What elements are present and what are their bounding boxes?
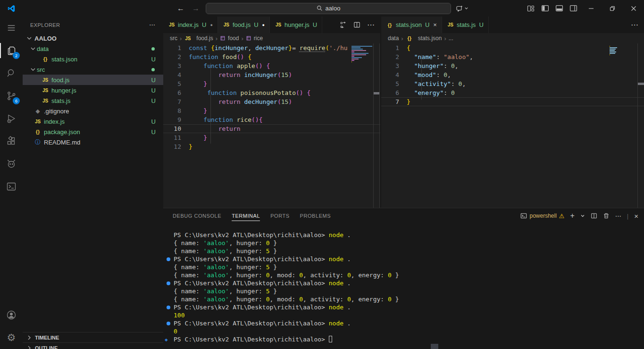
code-line[interactable]: 8 }: [163, 106, 380, 115]
breadcrumb-item[interactable]: food: [228, 35, 239, 42]
run-debug-icon[interactable]: [0, 107, 23, 130]
command-decoration-dot[interactable]: [167, 322, 170, 325]
tab-label: stats.js: [457, 21, 476, 28]
forward-icon[interactable]: →: [191, 4, 201, 13]
breadcrumb-item[interactable]: ...: [449, 35, 453, 42]
explorer-root-folder[interactable]: AALOO: [23, 33, 163, 43]
minimap[interactable]: [610, 46, 624, 56]
toggle-secondary-sidebar-icon[interactable]: [566, 0, 580, 17]
explorer-item-index.js[interactable]: JSindex.jsU: [23, 116, 163, 127]
timeline-section-header[interactable]: TIMELINE: [23, 332, 163, 342]
panel-tab-terminal[interactable]: TERMINAL: [232, 208, 260, 223]
command-decoration-dot[interactable]: [167, 281, 170, 285]
explorer-item-README.md[interactable]: ⓘREADME.md: [23, 137, 163, 147]
command-center-search[interactable]: aaloo: [206, 3, 451, 14]
explorer-item-stats.js[interactable]: JSstats.jsU: [23, 95, 163, 106]
breadcrumb-item[interactable]: src: [170, 35, 177, 42]
minimize-button[interactable]: [580, 0, 602, 17]
code-line[interactable]: 2 "name": "aaloo",: [381, 52, 644, 61]
explorer-item-stats.json[interactable]: {}stats.jsonU: [23, 54, 163, 64]
panel-tab-debug-console[interactable]: DEBUG CONSOLE: [173, 208, 221, 223]
command-decoration-dot[interactable]: [167, 306, 170, 309]
customize-layout-icon[interactable]: [524, 0, 538, 17]
extensions-icon[interactable]: [0, 130, 23, 153]
open-changes-icon[interactable]: [340, 21, 347, 28]
explorer-item-package.json[interactable]: {}package.jsonU: [23, 127, 163, 137]
explorer-item-food.js[interactable]: JSfood.jsU: [23, 75, 163, 85]
panel-more-actions-icon[interactable]: ⋯: [615, 213, 621, 220]
kill-terminal-icon[interactable]: [603, 213, 610, 219]
tab-index.js[interactable]: JSindex.jsU●: [163, 17, 218, 33]
editor-actions: ⋯: [334, 17, 380, 33]
code-line[interactable]: 4 "mood": 0,: [381, 70, 644, 79]
tab-hunger.js[interactable]: JShunger.jsU: [270, 17, 322, 33]
code-editor[interactable]: 1const {incHunger, decHunger}= require('…: [163, 43, 380, 151]
minimap[interactable]: [351, 46, 373, 63]
explorer-icon[interactable]: 2: [0, 39, 23, 62]
settings-gear-icon[interactable]: ⚙: [0, 326, 23, 349]
code-line[interactable]: 1const {incHunger, decHunger}= require('…: [163, 43, 380, 52]
close-tab-icon[interactable]: ×: [433, 21, 437, 28]
source-control-icon[interactable]: 6: [0, 85, 23, 107]
code-line[interactable]: 1{: [381, 43, 644, 52]
overview-ruler[interactable]: [637, 43, 644, 208]
explorer-item-src[interactable]: src: [23, 64, 163, 75]
close-panel-icon[interactable]: ×: [634, 212, 638, 220]
terminal[interactable]: PS C:\Users\kv2 ATL\Desktop\richit\aaloo…: [163, 223, 644, 343]
terminal-dropdown-icon[interactable]: [580, 213, 585, 218]
breadcrumb-item[interactable]: data: [388, 35, 399, 42]
breadcrumb[interactable]: data›{}stats.json›...: [381, 33, 644, 43]
menu-icon[interactable]: [0, 17, 23, 39]
copilot-chat-icon[interactable]: [0, 153, 23, 175]
explorer-more-actions-icon[interactable]: ⋯: [149, 21, 156, 28]
outline-section-header[interactable]: OUTLINE: [23, 342, 163, 349]
panel-tab-problems[interactable]: PROBLEMS: [300, 208, 331, 223]
code-line[interactable]: 5 }: [163, 79, 380, 88]
panel-tab-ports[interactable]: PORTS: [270, 208, 289, 223]
breadcrumb[interactable]: src›JSfood.js›food›rice: [163, 33, 380, 43]
code-line[interactable]: 3 "hunger": 0,: [381, 61, 644, 70]
code-line[interactable]: 7}: [381, 97, 644, 106]
code-line[interactable]: 5 "activity": 0,: [381, 79, 644, 88]
back-icon[interactable]: ←: [176, 4, 186, 13]
split-terminal-icon[interactable]: [591, 213, 597, 219]
code-line[interactable]: 7 return decHunger(15): [163, 97, 380, 106]
close-window-button[interactable]: [623, 0, 644, 17]
command-decoration-dot[interactable]: [167, 257, 170, 261]
restore-button[interactable]: [602, 0, 623, 17]
terminal-view-icon[interactable]: [0, 175, 23, 198]
code-line[interactable]: 4 return incHunger(15): [163, 70, 380, 79]
terminal-shell-label[interactable]: powershell ⚠: [520, 213, 564, 220]
tab-food.js[interactable]: JSfood.jsU●: [218, 17, 270, 33]
code-line[interactable]: 2function food() {: [163, 52, 380, 61]
breadcrumb-item[interactable]: stats.json: [418, 35, 442, 42]
accounts-icon[interactable]: [0, 304, 23, 326]
overview-ruler[interactable]: [373, 43, 380, 208]
code-editor[interactable]: 1{2 "name": "aaloo",3 "hunger": 0,4 "moo…: [381, 43, 644, 106]
breadcrumb-item[interactable]: rice: [254, 35, 263, 42]
code-line[interactable]: 6 "energy": 0: [381, 88, 644, 97]
tab-stats.js[interactable]: JSstats.jsU: [442, 17, 489, 33]
code-line[interactable]: 9 function rice(){: [163, 115, 380, 124]
explorer-item-.gitignore[interactable]: ◆.gitignore: [23, 106, 163, 116]
new-terminal-icon[interactable]: +: [570, 212, 575, 220]
toggle-primary-sidebar-icon[interactable]: [538, 0, 552, 17]
breadcrumb-item[interactable]: food.js: [196, 35, 213, 42]
split-editor-icon[interactable]: [353, 21, 360, 28]
code-line[interactable]: 6 function poisonousPotato() {: [163, 88, 380, 97]
code-line[interactable]: 10 return: [163, 124, 380, 133]
code-line[interactable]: 3 function apple() {: [163, 61, 380, 70]
terminal-scrollbar[interactable]: [431, 344, 438, 349]
command-decoration-icon[interactable]: ❖: [165, 336, 168, 344]
toggle-panel-icon[interactable]: [552, 0, 566, 17]
explorer-item-data[interactable]: data: [23, 43, 163, 54]
copilot-menu-icon[interactable]: [456, 5, 468, 12]
search-view-icon[interactable]: [0, 62, 23, 85]
title-bar: ← → aaloo: [0, 0, 644, 17]
explorer-item-hunger.js[interactable]: JShunger.jsU: [23, 85, 163, 95]
code-line[interactable]: 11 }: [163, 133, 380, 142]
editor-more-actions-icon[interactable]: ⋯: [367, 20, 375, 29]
editor-more-actions-icon[interactable]: ⋯: [631, 20, 638, 29]
tab-stats.json[interactable]: {}stats.jsonU×: [381, 17, 442, 33]
code-line[interactable]: 12}: [163, 142, 380, 151]
